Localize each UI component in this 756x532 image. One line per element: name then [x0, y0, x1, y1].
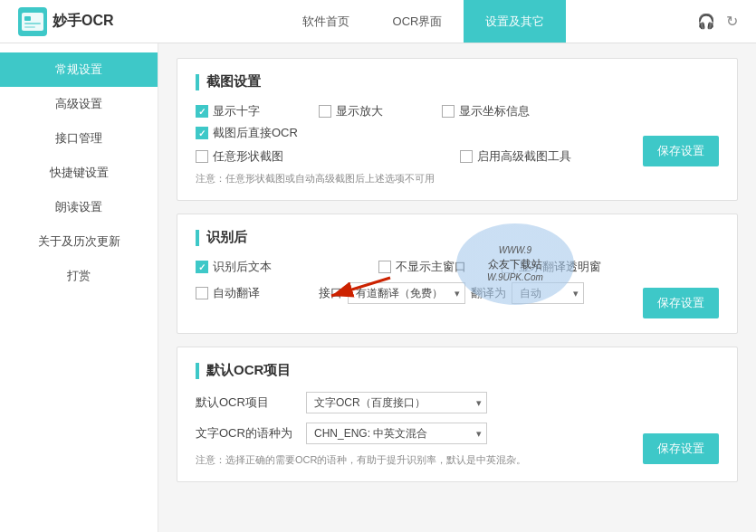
cb-direct-ocr: 截图后直接OCR [196, 125, 313, 141]
nav-tab-home[interactable]: 软件首页 [281, 0, 371, 43]
sidebar-item-shortcuts[interactable]: 快捷键设置 [0, 156, 158, 190]
screenshot-title: 截图设置 [196, 73, 719, 90]
ocr-lang-select-wrapper: CHN_ENG: 中英文混合 [306, 423, 487, 444]
logo-area: 妙手OCR [18, 7, 163, 36]
checkbox-advanced-tool[interactable] [460, 150, 473, 163]
sidebar-item-advanced[interactable]: 高级设置 [0, 87, 158, 121]
sidebar-item-about[interactable]: 关于及历次更新 [0, 224, 158, 259]
headphone-icon[interactable]: 🎧 [697, 13, 715, 30]
ocr-lang-label: 文字OCR的语种为 [196, 425, 295, 442]
content-area: 截图设置 显示十字 显示放大 [158, 43, 756, 532]
ocr-save-button[interactable]: 保存设置 [643, 433, 719, 464]
cb-show-coords: 显示坐标信息 [442, 103, 560, 119]
checkbox-show-coords[interactable] [442, 105, 455, 118]
checkbox-direct-ocr[interactable] [196, 127, 208, 139]
recognition-section: 识别后 WWW.9 众友下载站 W.9UPK.Co [177, 214, 738, 334]
recognition-title: 识别后 [196, 229, 719, 246]
logo-icon [18, 7, 47, 36]
svg-rect-4 [24, 26, 35, 28]
translate-select-wrapper: 有道翻译（免费） [348, 282, 465, 304]
screenshot-body: 显示十字 显示放大 显示坐标信息 [196, 103, 719, 185]
sidebar: 常规设置 高级设置 接口管理 快捷键设置 朗读设置 关于及历次更新 打赏 [0, 43, 158, 532]
screenshot-save-button[interactable]: 保存设置 [643, 136, 719, 166]
checkbox-show-zoom[interactable] [319, 105, 331, 118]
checkbox-translate-overlay[interactable] [502, 261, 514, 273]
screenshot-note: 注意：任意形状截图或自动高级截图后上述选项不可用 [196, 172, 625, 185]
translate-to-select-wrapper: 自动 [512, 282, 584, 304]
cb-no-main-window: 不显示主窗口 [378, 259, 496, 275]
recognition-save-button[interactable]: 保存设置 [643, 288, 719, 318]
cb-show-text: 识别后文本 [196, 259, 313, 275]
recognition-body: 识别后文本 不显示主窗口 显示翻译透明窗 [196, 259, 719, 318]
ocr-project-select-wrapper: 文字OCR（百度接口） [306, 392, 487, 413]
sidebar-item-reward[interactable]: 打赏 [0, 259, 158, 293]
cb-advanced-tool: 启用高级截图工具 [460, 148, 578, 165]
ocr-note: 注意：选择正确的需要OCR的语种，有助于提升识别率，默认是中英混杂。 [196, 453, 625, 467]
logo-text: 妙手OCR [53, 12, 114, 31]
sidebar-item-general[interactable]: 常规设置 [0, 52, 158, 87]
main-layout: 常规设置 高级设置 接口管理 快捷键设置 朗读设置 关于及历次更新 打赏 截图设… [0, 43, 756, 532]
nav-tab-settings[interactable]: 设置及其它 [464, 0, 566, 43]
sidebar-item-interface[interactable]: 接口管理 [0, 121, 158, 156]
checkbox-show-cross[interactable] [196, 105, 208, 118]
svg-rect-2 [24, 16, 31, 21]
ocr-default-section: 默认OCR项目 默认OCR项目 文字OCR（百度接口） [177, 347, 738, 482]
nav-tab-ocr[interactable]: OCR界面 [371, 0, 464, 43]
nav-tabs: 软件首页 OCR界面 设置及其它 [163, 0, 684, 43]
screenshot-checkboxes-row2: 任意形状截图 启用高级截图工具 [196, 148, 625, 165]
cb-freeform: 任意形状截图 [196, 148, 313, 165]
checkbox-freeform[interactable] [196, 150, 208, 163]
translate-select[interactable]: 有道翻译（免费） [348, 282, 465, 304]
cb-show-translate-overlay: 显示翻译透明窗 [502, 259, 619, 275]
interface-label: 接口 [319, 285, 342, 301]
checkbox-show-text[interactable] [196, 261, 208, 273]
recognition-row1: 识别后文本 不显示主窗口 显示翻译透明窗 [196, 259, 625, 275]
sidebar-item-reading[interactable]: 朗读设置 [0, 190, 158, 224]
cb-show-zoom: 显示放大 [319, 103, 436, 119]
ocr-default-body: 默认OCR项目 文字OCR（百度接口） 文字OCR的语种为 [196, 392, 719, 467]
ocr-project-select[interactable]: 文字OCR（百度接口） [306, 392, 487, 413]
svg-rect-3 [24, 23, 41, 24]
ocr-lang-row: 文字OCR的语种为 CHN_ENG: 中英文混合 [196, 423, 625, 444]
title-bar-accent2 [196, 230, 199, 246]
ocr-default-title: 默认OCR项目 [196, 362, 719, 379]
title-bar-accent [196, 74, 199, 90]
translate-to-select[interactable]: 自动 [512, 282, 584, 304]
title-bar: 妙手OCR 软件首页 OCR界面 设置及其它 🎧 ↻ [0, 0, 756, 43]
title-bar-right: 🎧 ↻ [684, 13, 738, 30]
checkbox-no-main-window[interactable] [378, 261, 391, 273]
recognition-row2: 自动翻译 接口 有道翻译（免费） 翻译为 自动 [196, 282, 625, 304]
cb-auto-translate: 自动翻译 [196, 285, 313, 301]
translate-to-label: 翻译为 [471, 285, 506, 301]
ocr-project-row: 默认OCR项目 文字OCR（百度接口） [196, 392, 625, 413]
refresh-icon[interactable]: ↻ [726, 13, 738, 30]
title-bar-accent3 [196, 363, 199, 379]
screenshot-section: 截图设置 显示十字 显示放大 [177, 58, 738, 201]
ocr-lang-select[interactable]: CHN_ENG: 中英文混合 [306, 423, 487, 444]
ocr-project-label: 默认OCR项目 [196, 394, 295, 411]
screenshot-checkboxes-row1: 显示十字 显示放大 显示坐标信息 [196, 103, 625, 141]
checkbox-auto-translate[interactable] [196, 287, 208, 299]
cb-show-cross: 显示十字 [196, 103, 313, 119]
